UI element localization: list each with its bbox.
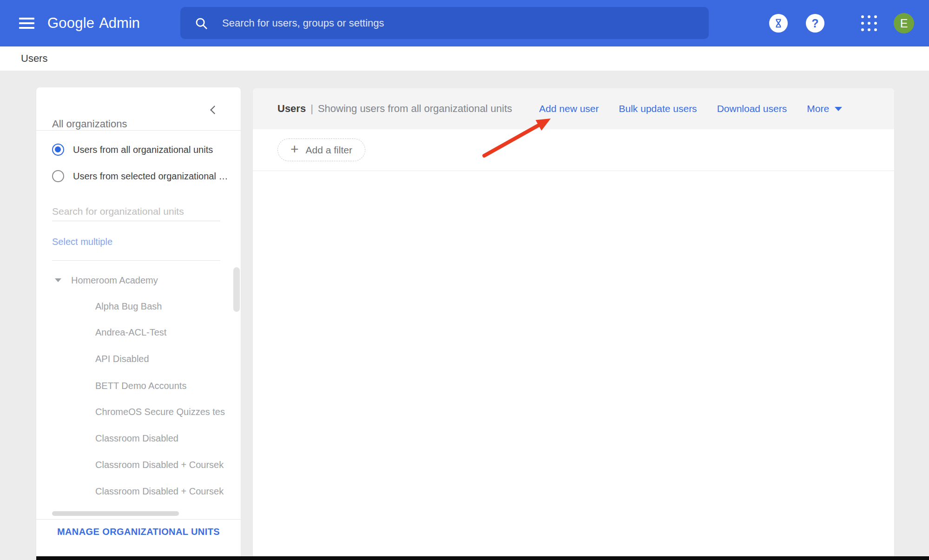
header-actions: Add new user Bulk update users Download … xyxy=(539,103,842,114)
divider xyxy=(52,260,220,261)
plus-icon: + xyxy=(290,142,299,156)
tree-root-label: Homeroom Academy xyxy=(71,275,158,286)
window-bottom-edge xyxy=(36,556,929,560)
radio-selected-icon xyxy=(52,144,64,156)
global-search-input[interactable] xyxy=(222,17,640,29)
help-icon[interactable]: ? xyxy=(806,14,824,33)
logo-admin-text: Admin xyxy=(99,15,140,32)
download-users-link[interactable]: Download users xyxy=(717,103,787,114)
radio-option-all-org-units[interactable]: Users from all organizational units xyxy=(52,143,233,156)
dropdown-arrow-icon xyxy=(835,107,842,111)
tree-item[interactable]: Classroom Disabled + Coursek xyxy=(95,458,235,471)
horizontal-scrollbar[interactable] xyxy=(52,511,179,516)
tree-item[interactable]: Classroom Disabled xyxy=(95,432,235,445)
hamburger-menu-icon[interactable] xyxy=(19,16,34,31)
select-multiple-link[interactable]: Select multiple xyxy=(52,237,112,247)
breadcrumb[interactable]: Users xyxy=(21,46,47,71)
add-filter-label: Add a filter xyxy=(306,145,352,156)
global-search-bar[interactable] xyxy=(180,7,709,39)
tree-item[interactable]: ChromeOS Secure Quizzes tes xyxy=(95,405,235,418)
tree-item[interactable]: Classroom Disabled + Coursek xyxy=(95,485,235,498)
radio-unselected-icon xyxy=(52,170,64,182)
breadcrumb-bar: Users xyxy=(0,46,929,71)
top-app-bar: Google Admin ? E xyxy=(0,0,929,46)
radio-label: Users from selected organizational units xyxy=(73,171,232,182)
sidebar-title: All organizations xyxy=(52,118,127,130)
tree-item[interactable]: BETT Demo Accounts xyxy=(95,379,235,392)
manage-org-units-button[interactable]: MANAGE ORGANIZATIONAL UNITS xyxy=(36,527,241,537)
logo-google-text: Google xyxy=(47,15,94,32)
chevron-left-icon[interactable] xyxy=(208,105,218,115)
add-new-user-link[interactable]: Add new user xyxy=(539,103,599,114)
apps-grid-icon[interactable] xyxy=(859,13,879,33)
filter-row: + Add a filter xyxy=(253,129,894,171)
tree-item[interactable]: Andrea-ACL-Test xyxy=(95,326,235,339)
users-header: Users | Showing users from all organizat… xyxy=(253,88,894,129)
divider xyxy=(36,519,241,520)
chevron-down-icon xyxy=(55,278,61,282)
add-filter-button[interactable]: + Add a filter xyxy=(277,138,365,161)
more-menu-button[interactable]: More xyxy=(807,103,842,114)
tree-item[interactable]: API Disabled xyxy=(95,352,235,365)
app-logo: Google Admin xyxy=(47,0,140,46)
tree-item[interactable]: Alpha Bug Bash xyxy=(95,300,235,313)
hourglass-icon[interactable] xyxy=(769,14,788,33)
radio-label: Users from all organizational units xyxy=(73,145,213,155)
divider xyxy=(36,130,241,131)
avatar-letter: E xyxy=(900,17,908,30)
vertical-scrollbar[interactable] xyxy=(233,267,240,312)
organizations-sidebar: All organizations Users from all organiz… xyxy=(36,87,241,556)
more-label: More xyxy=(807,103,829,114)
avatar[interactable]: E xyxy=(894,13,914,33)
users-main-panel: Users | Showing users from all organizat… xyxy=(253,88,894,556)
search-icon xyxy=(194,16,208,30)
bulk-update-users-link[interactable]: Bulk update users xyxy=(619,103,697,114)
org-units-search-input[interactable] xyxy=(52,206,220,221)
help-glyph: ? xyxy=(811,17,818,30)
tree-root-homeroom-academy[interactable]: Homeroom Academy xyxy=(52,274,158,287)
page-title: Users xyxy=(277,103,306,115)
radio-option-selected-org-units[interactable]: Users from selected organizational units xyxy=(52,170,233,183)
page-subtitle: Showing users from all organizational un… xyxy=(318,103,512,115)
title-separator: | xyxy=(310,103,313,115)
